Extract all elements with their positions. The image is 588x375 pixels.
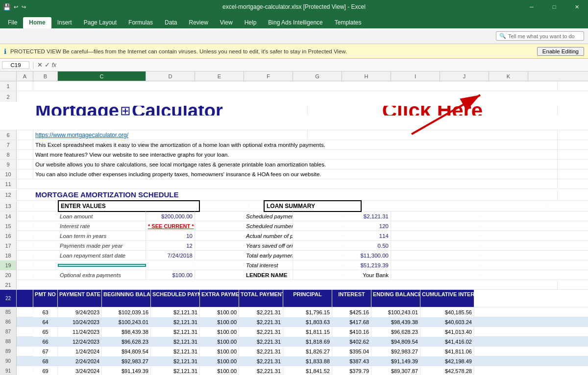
cell-date[interactable]: 1/24/2024 [58, 347, 102, 356]
cell-cum-int[interactable]: $41,416.02 [420, 337, 474, 347]
cell-beg-bal[interactable]: $92,983.27 [102, 356, 151, 366]
cell-extra-pmt[interactable]: $100.00 [200, 307, 239, 317]
tab-file[interactable]: File [2, 17, 23, 28]
cell-extra-pmt[interactable]: $100.00 [200, 366, 239, 375]
cell-total-pmt[interactable]: $2,221.31 [239, 366, 283, 375]
cell-sched-pmt[interactable]: $2,121.31 [151, 347, 200, 356]
interest-rate-area[interactable]: * SEE CURRENT * 5.00% [146, 221, 195, 231]
cell-date[interactable]: 11/24/2023 [58, 327, 102, 337]
col-header-b[interactable]: B [33, 71, 58, 81]
cancel-formula-icon[interactable]: ✕ [37, 61, 43, 69]
col-header-d[interactable]: D [146, 71, 195, 81]
cell-end-bal[interactable]: $100,243.01 [371, 307, 420, 317]
cell-beg-bal[interactable]: $100,243.01 [102, 317, 151, 327]
cell-principal[interactable]: $1,811.15 [283, 327, 332, 337]
cell-extra-pmt[interactable]: $100.00 [200, 356, 239, 366]
col-header-h[interactable]: H [342, 71, 391, 81]
cell-sched-pmt[interactable]: $2,121.31 [151, 327, 200, 337]
cell-principal[interactable]: $1,796.15 [283, 307, 332, 317]
tab-page-layout[interactable]: Page Layout [78, 17, 122, 28]
tab-review[interactable]: Review [183, 17, 214, 28]
cell-beg-bal[interactable]: $102,039.16 [102, 307, 151, 317]
ribbon-search[interactable]: 🔍 Tell me what you want to do [496, 31, 584, 41]
cell-end-bal[interactable]: $96,628.23 [371, 327, 420, 337]
cell-total-pmt[interactable]: $2,221.31 [239, 356, 283, 366]
cell-interest[interactable]: $417.68 [332, 317, 371, 327]
tab-home[interactable]: Home [23, 17, 51, 28]
extra-payments-empty-cell[interactable] [58, 264, 146, 267]
cell-principal[interactable]: $1,818.69 [283, 337, 332, 347]
cell-pmt-no[interactable]: 64 [33, 317, 58, 327]
tab-templates[interactable]: Templates [329, 17, 368, 28]
cell-sched-pmt[interactable]: $2,121.31 [151, 337, 200, 347]
col-header-j[interactable]: J [440, 71, 489, 81]
cell-principal[interactable]: $1,826.27 [283, 347, 332, 356]
cell-end-bal[interactable]: $89,307.87 [371, 366, 420, 375]
cell-extra-pmt[interactable]: $100.00 [200, 347, 239, 356]
cell-cum-int[interactable]: $42,198.49 [420, 356, 474, 366]
tab-view[interactable]: View [214, 17, 239, 28]
payments-per-year-value[interactable]: 12 [146, 241, 195, 251]
cell-beg-bal[interactable]: $91,149.39 [102, 366, 151, 375]
cell-sched-pmt[interactable]: $2,121.31 [151, 356, 200, 366]
start-date-value[interactable]: 7/24/2018 [146, 251, 195, 260]
cell-pmt-no[interactable]: 67 [33, 347, 58, 356]
cell-pmt-no[interactable]: 65 [33, 327, 58, 337]
cell-beg-bal[interactable]: $98,439.38 [102, 327, 151, 337]
cell-interest[interactable]: $425.16 [332, 307, 371, 317]
tab-help[interactable]: Help [239, 17, 263, 28]
cell-total-pmt[interactable]: $2,221.31 [239, 347, 283, 356]
cell-total-pmt[interactable]: $2,221.31 [239, 307, 283, 317]
cell-interest[interactable]: $379.79 [332, 366, 371, 375]
cell-date[interactable]: 10/24/2023 [58, 317, 102, 327]
cell-total-pmt[interactable]: $2,221.31 [239, 337, 283, 347]
cell-sched-pmt[interactable]: $2,121.31 [151, 366, 200, 375]
col-header-e[interactable]: E [195, 71, 244, 81]
cell-beg-bal[interactable]: $96,628.23 [102, 337, 151, 347]
tab-data[interactable]: Data [159, 17, 183, 28]
cell-extra-pmt[interactable]: $100.00 [200, 327, 239, 337]
cell-total-pmt[interactable]: $2,221.31 [239, 327, 283, 337]
col-header-f[interactable]: F [244, 71, 293, 81]
extra-payments-value[interactable]: $100.00 [146, 270, 195, 280]
cell-end-bal[interactable]: $92,983.27 [371, 347, 420, 356]
cell-pmt-no[interactable]: 68 [33, 356, 58, 366]
cell-interest[interactable]: $402.62 [332, 337, 371, 347]
tab-insert[interactable]: Insert [51, 17, 78, 28]
close-button[interactable]: ✕ [565, 0, 588, 14]
cell-cum-int[interactable]: $41,811.06 [420, 347, 474, 356]
cell-total-pmt[interactable]: $2,221.31 [239, 317, 283, 327]
cell-cum-int[interactable]: $42,578.28 [420, 366, 474, 375]
cell-end-bal[interactable]: $94,809.54 [371, 337, 420, 347]
tab-bing-ads[interactable]: Bing Ads Intelligence [262, 17, 328, 28]
cell-principal[interactable]: $1,841.52 [283, 366, 332, 375]
col-header-g[interactable]: G [293, 71, 342, 81]
cell-cum-int[interactable]: $41,013.40 [420, 327, 474, 337]
cell-sched-pmt[interactable]: $2,121.31 [151, 307, 200, 317]
cell-date[interactable]: 12/24/2023 [58, 337, 102, 347]
col-header-i[interactable]: I [391, 71, 440, 81]
cell-beg-bal[interactable]: $94,809.54 [102, 347, 151, 356]
col-header-k[interactable]: K [489, 71, 528, 81]
cell-pmt-no[interactable]: 66 [33, 337, 58, 347]
cell-end-bal[interactable]: $91,149.39 [371, 356, 420, 366]
cell-interest[interactable]: $395.04 [332, 347, 371, 356]
cell-principal[interactable]: $1,803.63 [283, 317, 332, 327]
cell-cum-int[interactable]: $40,603.24 [420, 317, 474, 327]
cell-pmt-no[interactable]: 63 [33, 307, 58, 317]
cell-date[interactable]: 9/24/2023 [58, 307, 102, 317]
loan-amount-value[interactable]: $200,000.00 [146, 211, 195, 221]
cell-date[interactable]: 2/24/2024 [58, 356, 102, 366]
loan-term-value[interactable]: 10 [146, 231, 195, 241]
col-header-c[interactable]: C [58, 71, 146, 81]
maximize-button[interactable]: □ [543, 0, 565, 14]
confirm-formula-icon[interactable]: ✓ [45, 61, 50, 69]
cell-extra-pmt[interactable]: $100.00 [200, 317, 239, 327]
see-current-link[interactable]: * SEE CURRENT * [148, 223, 194, 229]
cell-date[interactable]: 3/24/2024 [58, 366, 102, 375]
cell-reference-box[interactable] [2, 61, 29, 69]
cell-interest[interactable]: $387.43 [332, 356, 371, 366]
cell-extra-pmt[interactable]: $100.00 [200, 337, 239, 347]
tab-formulas[interactable]: Formulas [122, 17, 159, 28]
col-header-a[interactable]: A [17, 71, 33, 81]
